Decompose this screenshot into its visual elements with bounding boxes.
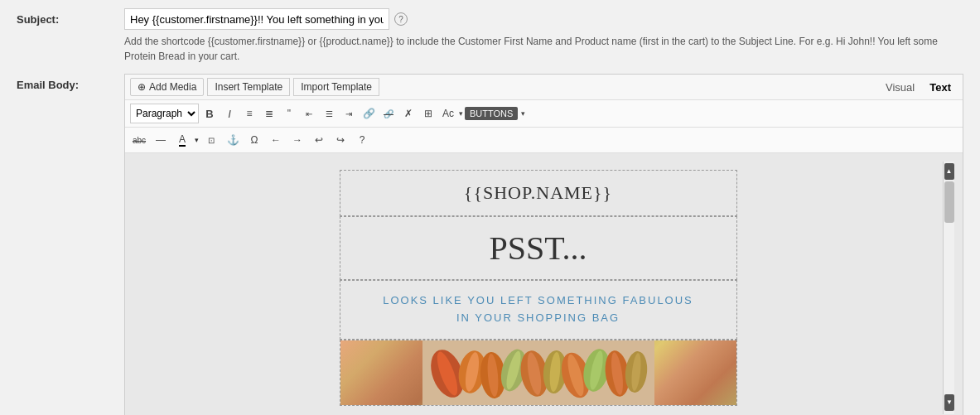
toolbar-row-2: abc — A ▾ ⊡ ⚓ Ω — [125, 128, 963, 153]
page-wrapper: Subject: ? Add the shortcode {{customer.… — [0, 0, 980, 415]
psst-text: PSST... — [489, 229, 587, 267]
help-button[interactable]: ? — [353, 131, 371, 149]
shop-name-text: {{SHOP.NAME}} — [464, 182, 612, 203]
italic-button[interactable]: I — [220, 104, 239, 123]
editor-top-bar: ⊕ Add Media Insert Template Import Templ… — [125, 75, 963, 100]
unlink-button[interactable]: 🔗 — [379, 104, 398, 123]
scrollbar-thumb[interactable] — [944, 181, 954, 223]
text-color-arrow-icon: ▾ — [195, 136, 199, 144]
hr-button[interactable]: — — [152, 131, 170, 149]
scrollbar-down-arrow[interactable]: ▼ — [944, 394, 954, 411]
subject-help-icon[interactable]: ? — [394, 12, 408, 26]
tagline-line2: IN YOUR SHOPPING BAG — [349, 310, 728, 327]
email-body-label: Email Body: — [17, 74, 124, 91]
strikethrough-button[interactable]: abc — [130, 131, 148, 149]
view-tabs: Visual Text — [879, 79, 958, 96]
bold-button[interactable]: B — [200, 104, 219, 123]
wp-more-button[interactable]: ⊡ — [202, 131, 220, 149]
anchor-button[interactable]: ⚓ — [224, 131, 242, 149]
leaf-image-svg — [422, 340, 654, 406]
subject-content: ? Add the shortcode {{customer.firstname… — [124, 8, 963, 64]
email-canvas: {{SHOP.NAME}} PSST... LOOKS LIKE YOU LEF… — [133, 162, 943, 414]
tagline-line1: LOOKS LIKE YOU LEFT SOMETHING FABULOUS — [349, 292, 728, 310]
psst-section: PSST... — [340, 216, 737, 280]
subject-label: Subject: — [17, 8, 124, 26]
import-template-button[interactable]: Import Template — [293, 78, 379, 96]
add-media-button[interactable]: ⊕ Add Media — [130, 78, 204, 96]
table-button[interactable]: ⊞ — [419, 104, 437, 123]
scrollbar-up-arrow[interactable]: ▲ — [944, 163, 954, 180]
add-media-icon: ⊕ — [138, 81, 146, 93]
editor-container: ⊕ Add Media Insert Template Import Templ… — [124, 74, 963, 415]
editor-top-left: ⊕ Add Media Insert Template Import Templ… — [130, 78, 379, 96]
tab-visual[interactable]: Visual — [879, 79, 921, 96]
indent-button[interactable]: → — [288, 131, 307, 149]
subject-input-row: ? — [124, 8, 963, 30]
undo-button[interactable]: ↩ — [310, 131, 328, 149]
editor-area: ⊕ Add Media Insert Template Import Templ… — [124, 74, 963, 415]
paragraph-select[interactable]: Paragraph — [130, 104, 199, 123]
toolbar-row-1: Paragraph B I ≡ ≣ " — [125, 100, 963, 128]
redo-button[interactable]: ↪ — [331, 131, 350, 149]
editor-content-area[interactable]: {{SHOP.NAME}} PSST... LOOKS LIKE YOU LEF… — [125, 153, 963, 415]
outdent-button[interactable]: ← — [267, 131, 285, 149]
align-right-button[interactable]: ⇥ — [340, 104, 358, 123]
import-template-label: Import Template — [301, 81, 372, 93]
subject-hint: Add the shortcode {{customer.firstname}}… — [124, 34, 963, 64]
ordered-list-button[interactable]: ≣ — [260, 104, 278, 123]
editor-scrollbar[interactable]: ▲ ▼ — [943, 162, 954, 414]
add-media-label: Add Media — [149, 81, 196, 93]
subject-input[interactable] — [124, 8, 389, 30]
blockquote-button[interactable]: " — [280, 104, 298, 123]
tab-text[interactable]: Text — [923, 79, 958, 96]
buttons-button[interactable]: BUTTONS — [465, 107, 518, 120]
remove-format-button[interactable]: ✗ — [399, 104, 418, 123]
insert-template-button[interactable]: Insert Template — [207, 78, 290, 96]
link-button[interactable]: 🔗 — [360, 104, 378, 123]
subject-row: Subject: ? Add the shortcode {{customer.… — [17, 8, 963, 64]
insert-template-label: Insert Template — [215, 81, 282, 93]
image-placeholder — [340, 340, 736, 406]
align-center-button[interactable]: ☰ — [320, 104, 338, 123]
align-left-button[interactable]: ⇤ — [300, 104, 318, 123]
image-section — [340, 340, 737, 406]
email-preview: {{SHOP.NAME}} PSST... LOOKS LIKE YOU LEF… — [340, 170, 737, 406]
color-button[interactable]: Ac — [439, 104, 457, 123]
tagline-section: LOOKS LIKE YOU LEFT SOMETHING FABULOUS I… — [340, 280, 737, 340]
unordered-list-button[interactable]: ≡ — [240, 104, 258, 123]
shop-name-section: {{SHOP.NAME}} — [340, 170, 737, 216]
buttons-dropdown-icon: ▾ — [521, 109, 525, 118]
text-color-button[interactable]: A — [173, 131, 191, 149]
special-char-button[interactable]: Ω — [245, 131, 263, 149]
color-arrow-icon: ▾ — [459, 109, 463, 118]
email-body-row: Email Body: ⊕ Add Media Insert Template — [17, 74, 963, 415]
